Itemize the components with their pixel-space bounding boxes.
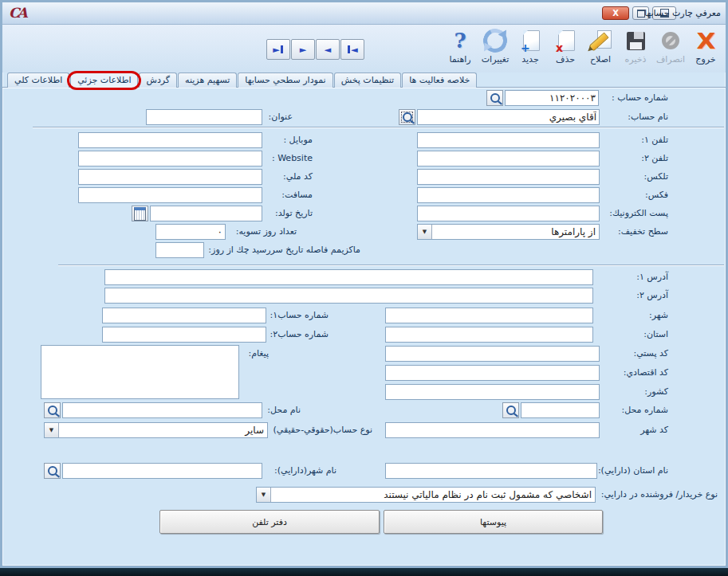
tab-turnover[interactable]: گردش <box>139 72 177 88</box>
bank-account1-input[interactable] <box>102 308 266 323</box>
account-name-search-button[interactable] <box>399 109 415 125</box>
tax-province-input[interactable] <box>385 463 597 479</box>
titlebar: CA X معرفي چارت حسابها <box>2 2 726 25</box>
postal-code-input[interactable] <box>385 346 600 362</box>
website-label: Website : <box>272 153 313 163</box>
bank-account2-label: شماره حساب۲: <box>270 329 329 339</box>
national-code-input[interactable] <box>78 169 262 185</box>
distance-input[interactable] <box>78 187 262 203</box>
account-no-input[interactable] <box>505 90 599 106</box>
province-input[interactable] <box>385 327 593 343</box>
tab-distribution-settings[interactable]: تنظيمات پخش <box>334 72 401 88</box>
tab-activity-summary[interactable]: خلاصه فعاليت ها <box>402 72 477 88</box>
account-name-label: نام حساب: <box>628 112 668 122</box>
chevron-down-icon: ▼ <box>45 423 59 437</box>
toolbar-help-button[interactable]: ? راهنما <box>443 27 477 70</box>
exit-x-icon: X <box>696 30 715 52</box>
city-code-input[interactable] <box>385 422 600 438</box>
refresh-icon <box>480 25 510 56</box>
province-label: استان: <box>643 329 668 339</box>
record-navigator: ► ► ◄ ◄ <box>266 39 364 60</box>
phone1-label: تلفن ۱: <box>641 135 668 145</box>
account-no-label: شماره حساب : <box>612 92 668 103</box>
toolbar-exit-button[interactable]: X خروج <box>689 27 722 70</box>
city-input[interactable] <box>385 308 593 323</box>
tab-cost-allocation[interactable]: تسهيم هزينه <box>178 72 237 88</box>
city-label: شهر: <box>649 310 668 320</box>
message-textarea[interactable] <box>41 345 239 399</box>
discount-level-label: سطح تخفيف: <box>618 226 668 237</box>
title-input[interactable] <box>146 109 262 125</box>
close-button[interactable]: X <box>602 6 629 20</box>
telex-input[interactable] <box>417 169 600 185</box>
attachments-button[interactable]: پيوستها <box>384 510 603 534</box>
toolbar: X خروج انصراف ذخيره اصلاح <box>2 25 726 72</box>
place-no-input[interactable] <box>521 402 600 418</box>
calendar-icon <box>134 207 146 221</box>
tax-province-label: نام استان (دارايي): <box>598 465 668 476</box>
toolbar-changes-button[interactable]: تغييرات <box>478 27 512 70</box>
buyer-type-label: نوع خريدار/ فروشنده در دارايي: <box>601 489 718 500</box>
fax-input[interactable] <box>417 187 600 203</box>
tab-detail-info[interactable]: اطلاعات جزئي <box>70 72 138 88</box>
tab-general-info[interactable]: اطلاعات كلي <box>7 72 69 88</box>
max-due-gap-input[interactable] <box>155 242 204 258</box>
phonebook-button[interactable]: دفتر تلفن <box>159 510 380 534</box>
nav-forward-end-button[interactable]: ► <box>266 39 290 60</box>
phone1-input[interactable] <box>417 132 600 148</box>
screen: CA X معرفي چارت حسابها X خروج انصراف ذخي… <box>0 0 728 576</box>
title-label: عنوان: <box>269 112 293 122</box>
economic-code-label: كد اقتصادي: <box>624 367 668 378</box>
place-no-label: شماره محل: <box>621 405 668 415</box>
nav-back-button[interactable]: ◄ <box>316 39 340 60</box>
tax-city-label: نام شهر(دارايي): <box>274 465 336 476</box>
nav-back-end-button[interactable]: ◄ <box>340 39 364 60</box>
chevron-down-icon: ▼ <box>257 488 271 502</box>
window-bottom-shadow <box>0 568 728 576</box>
account-no-search-button[interactable] <box>486 90 503 106</box>
settlement-days-input[interactable] <box>155 224 226 240</box>
close-icon: X <box>612 9 619 18</box>
account-type-select[interactable]: ▼ ساير <box>44 422 268 438</box>
account-name-input[interactable] <box>417 109 600 125</box>
arrow-left-icon: ◄ <box>325 45 331 55</box>
discount-level-select[interactable]: ▼ از پارامترها <box>417 224 600 240</box>
website-input[interactable] <box>78 151 262 167</box>
place-no-search-button[interactable] <box>502 402 519 418</box>
search-icon <box>490 93 500 103</box>
nav-forward-button[interactable]: ► <box>291 39 315 60</box>
place-name-search-button[interactable] <box>44 402 61 418</box>
toolbar-cancel-button[interactable]: انصراف <box>654 27 687 70</box>
phone2-label: تلفن ۲: <box>641 153 668 163</box>
country-input[interactable] <box>385 384 600 400</box>
search-icon <box>403 112 412 122</box>
tax-city-input[interactable] <box>62 463 262 479</box>
tax-city-search-button[interactable] <box>44 463 61 479</box>
buyer-type-select[interactable]: ▼ اشخاصي كه مشمول ثبت نام در نظام ماليات… <box>256 487 596 503</box>
address1-label: آدرس ۱: <box>636 272 668 282</box>
floppy-disk-icon <box>627 32 645 50</box>
email-input[interactable] <box>417 206 600 221</box>
address2-input[interactable] <box>104 288 593 304</box>
account-type-label: نوع حساب(حقوقي-حقيقي) <box>273 425 372 435</box>
bank-account2-input[interactable] <box>102 327 266 343</box>
cancel-circle-icon <box>662 32 679 49</box>
phone2-input[interactable] <box>417 151 600 167</box>
place-name-input[interactable] <box>62 402 262 418</box>
tab-account-level-chart[interactable]: نمودار سطحي حسابها <box>238 72 333 88</box>
toolbar-save-button[interactable]: ذخيره <box>619 27 652 70</box>
window-title: معرفي چارت حسابها <box>644 8 721 18</box>
birth-date-calendar-button[interactable] <box>132 206 148 221</box>
telex-label: تلكس: <box>643 171 668 182</box>
toolbar-edit-button[interactable]: اصلاح <box>584 27 617 70</box>
toolbar-new-button[interactable]: + جديد <box>514 27 547 70</box>
mobile-input[interactable] <box>78 132 262 148</box>
message-label: پيغام: <box>248 348 269 359</box>
address1-input[interactable] <box>104 269 593 285</box>
toolbar-delete-button[interactable]: x حذف <box>549 27 582 70</box>
city-code-label: كد شهر <box>640 425 668 435</box>
app-logo: CA <box>9 5 26 21</box>
max-due-gap-label: ماكزيمم فاصله تاريخ سررسيد چك از روز: <box>208 245 360 255</box>
birth-date-input[interactable] <box>150 206 262 221</box>
economic-code-input[interactable] <box>385 365 600 381</box>
